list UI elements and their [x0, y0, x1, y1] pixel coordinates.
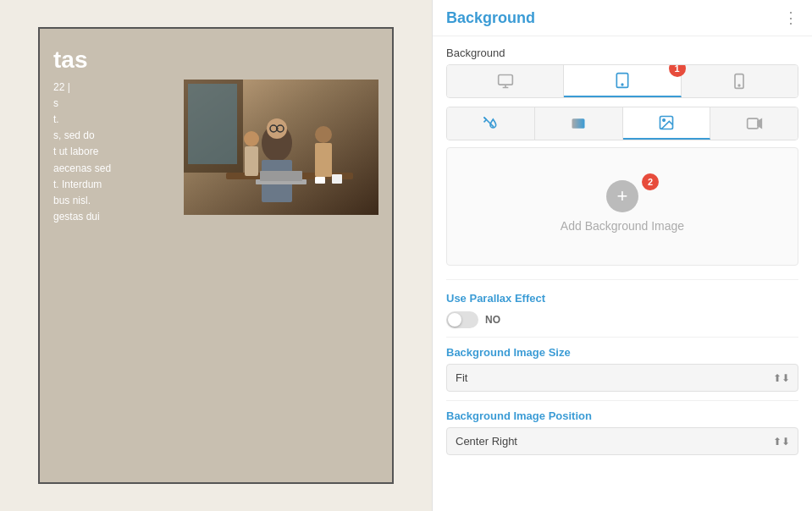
image-position-select[interactable]: Center Right Center Left Center Center T…: [446, 427, 798, 455]
svg-rect-11: [260, 171, 302, 181]
upload-label: Add Background Image: [561, 219, 684, 233]
device-tab-tablet[interactable]: 1: [564, 65, 681, 97]
parallax-title-highlight: Effect: [515, 292, 545, 305]
plus-icon: +: [617, 185, 628, 207]
image-position-title: Background Image Position: [446, 409, 798, 422]
parallax-toggle[interactable]: [446, 311, 478, 328]
upload-badge: 2: [642, 173, 659, 190]
divider-3: [446, 400, 798, 401]
image-position-dropdown-wrapper: Center Right Center Left Center Center T…: [446, 427, 798, 455]
upload-area[interactable]: + 2 Add Background Image: [446, 147, 798, 266]
svg-point-22: [621, 84, 623, 85]
svg-rect-2: [188, 84, 237, 164]
preview-image-inner: [184, 80, 378, 215]
divider-2: [446, 337, 798, 338]
svg-rect-25: [572, 118, 585, 129]
background-section-label: Background: [433, 36, 812, 64]
image-size-select[interactable]: Fit Fill Cover Contain Auto: [446, 364, 798, 392]
style-tab-image[interactable]: [623, 107, 711, 140]
toggle-no-label: NO: [485, 314, 500, 326]
image-size-title: Background Image Size: [446, 346, 798, 359]
svg-rect-15: [245, 146, 258, 176]
device-tab-desktop[interactable]: [447, 65, 564, 97]
image-icon: [658, 114, 675, 131]
settings-panel: Background ⋮ Background 1: [432, 0, 812, 511]
svg-point-24: [738, 85, 740, 86]
image-size-section: Background Image Size Fit Fill Cover Con…: [433, 341, 812, 397]
parallax-title: Use Parallax Effect: [446, 292, 798, 305]
style-tab-color[interactable]: [447, 107, 535, 140]
image-position-section: Background Image Position Center Right C…: [433, 404, 812, 460]
desktop-icon: [497, 73, 514, 90]
style-tab-video[interactable]: [710, 107, 798, 140]
preview-panel: tas 22 |st.s, sed dot ut laboreaecenas s…: [0, 0, 432, 511]
upload-plus-button[interactable]: + 2: [606, 180, 638, 212]
preview-heading: tas: [53, 46, 378, 74]
mobile-icon: [731, 73, 748, 90]
style-tab-gradient[interactable]: [535, 107, 623, 140]
paint-bucket-icon: [482, 115, 499, 132]
tablet-icon: [614, 72, 631, 89]
device-tabs: 1: [446, 64, 798, 98]
gradient-icon: [570, 115, 587, 132]
parallax-section: Use Parallax Effect NO: [433, 283, 812, 333]
preview-image-svg: [184, 80, 378, 215]
style-tabs: [446, 107, 798, 140]
svg-rect-16: [315, 177, 325, 184]
image-position-title-highlight: Position: [549, 409, 592, 422]
divider-1: [446, 279, 798, 280]
svg-rect-13: [315, 143, 332, 177]
panel-title: Background: [446, 9, 535, 27]
svg-marker-29: [758, 119, 761, 128]
image-size-title-highlight: Size: [549, 346, 571, 359]
svg-point-14: [244, 131, 259, 146]
svg-rect-18: [498, 75, 512, 85]
device-tab-mobile[interactable]: [682, 65, 798, 97]
svg-point-12: [315, 126, 332, 143]
svg-rect-28: [747, 118, 758, 129]
parallax-toggle-row: NO: [446, 311, 798, 328]
image-size-dropdown-wrapper: Fit Fill Cover Contain Auto ⬆⬇: [446, 364, 798, 392]
preview-frame: tas 22 |st.s, sed dot ut laboreaecenas s…: [38, 27, 394, 484]
toggle-knob: [448, 313, 461, 327]
panel-header: Background ⋮: [433, 0, 812, 36]
svg-point-27: [663, 119, 666, 122]
video-icon: [746, 115, 763, 132]
more-options-icon[interactable]: ⋮: [783, 8, 798, 27]
preview-image: [184, 80, 378, 215]
svg-rect-17: [332, 174, 342, 184]
